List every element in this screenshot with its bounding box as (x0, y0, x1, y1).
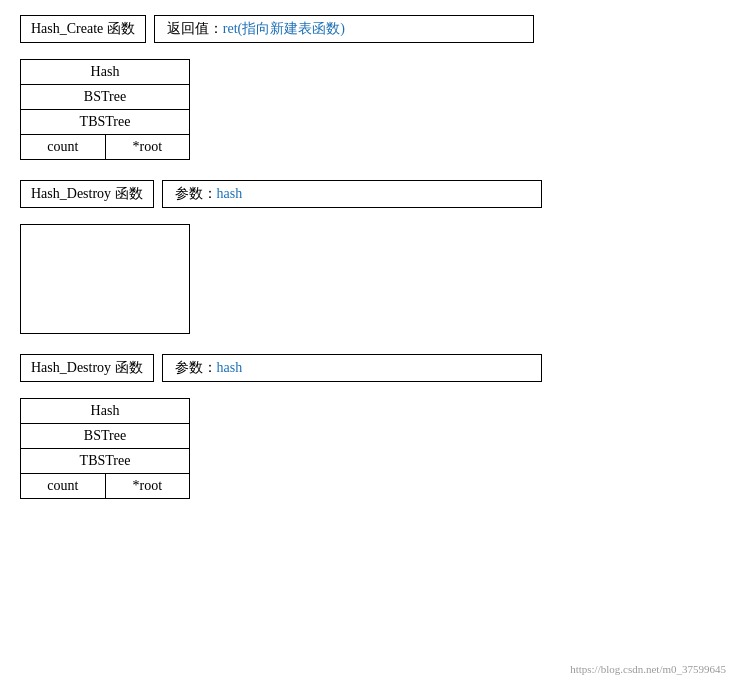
desc-box-3: 参数：hash (162, 354, 542, 382)
struct-split-cell-container-1: count *root (21, 135, 190, 160)
func-label-2: Hash_Destroy 函数 (20, 180, 154, 208)
empty-struct-box (20, 224, 190, 334)
struct-row-hash-3: Hash (21, 399, 190, 424)
struct-cell-hash-3: Hash (21, 399, 190, 424)
param-value-3: hash (217, 360, 243, 375)
return-value-1: ret(指向新建表函数) (223, 21, 345, 36)
struct-row-bstree-1: BSTree (21, 85, 190, 110)
split-cell-count-3: count (21, 474, 106, 498)
struct-split-cell-container-3: count *root (21, 474, 190, 499)
struct-table-3: Hash BSTree TBSTree count *root (20, 398, 190, 499)
struct-row-split-3: count *root (21, 474, 190, 499)
struct-row-hash-1: Hash (21, 60, 190, 85)
struct-row-tbstree-1: TBSTree (21, 110, 190, 135)
header-row-2: Hash_Destroy 函数 参数：hash (20, 180, 716, 208)
func-name-2: Hash_Destroy 函数 (31, 186, 143, 201)
struct-cell-tbstree-3: TBSTree (21, 449, 190, 474)
desc-box-2: 参数：hash (162, 180, 542, 208)
split-cell-root-3: *root (106, 474, 190, 498)
section-hash-destroy-1: Hash_Destroy 函数 参数：hash (20, 180, 716, 334)
section-hash-destroy-2: Hash_Destroy 函数 参数：hash Hash BSTree TBST… (20, 354, 716, 499)
func-name-3: Hash_Destroy 函数 (31, 360, 143, 375)
split-cell-count-1: count (21, 135, 106, 159)
split-inner-3: count *root (21, 474, 189, 498)
struct-cell-tbstree-1: TBSTree (21, 110, 190, 135)
param-prefix-3: 参数： (175, 360, 217, 375)
return-prefix-1: 返回值： (167, 21, 223, 36)
param-value-2: hash (217, 186, 243, 201)
struct-row-split-1: count *root (21, 135, 190, 160)
struct-cell-bstree-1: BSTree (21, 85, 190, 110)
header-row-3: Hash_Destroy 函数 参数：hash (20, 354, 716, 382)
section-hash-create: Hash_Create 函数 返回值：ret(指向新建表函数) Hash BST… (20, 15, 716, 160)
split-cell-root-1: *root (106, 135, 190, 159)
struct-row-tbstree-3: TBSTree (21, 449, 190, 474)
struct-cell-hash-1: Hash (21, 60, 190, 85)
watermark: https://blog.csdn.net/m0_37599645 (570, 663, 726, 675)
func-name-1: Hash_Create 函数 (31, 21, 135, 36)
func-label-3: Hash_Destroy 函数 (20, 354, 154, 382)
param-prefix-2: 参数： (175, 186, 217, 201)
desc-box-1: 返回值：ret(指向新建表函数) (154, 15, 534, 43)
struct-table-1: Hash BSTree TBSTree count *root (20, 59, 190, 160)
struct-cell-bstree-3: BSTree (21, 424, 190, 449)
split-inner-1: count *root (21, 135, 189, 159)
func-label-1: Hash_Create 函数 (20, 15, 146, 43)
header-row-1: Hash_Create 函数 返回值：ret(指向新建表函数) (20, 15, 716, 43)
struct-row-bstree-3: BSTree (21, 424, 190, 449)
